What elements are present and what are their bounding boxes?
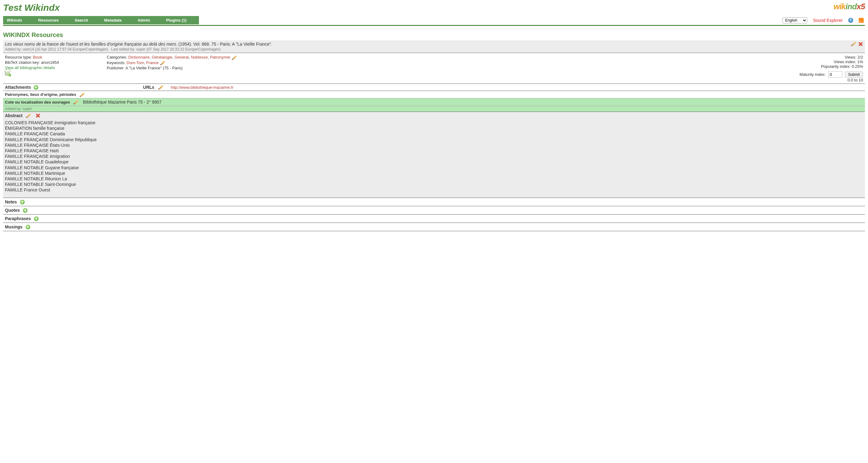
patronymes-row: Patronymes, lieux d'origine, périodes — [3, 91, 865, 98]
category-link[interactable]: Dictionnaire — [128, 55, 150, 60]
rss-icon[interactable] — [859, 18, 864, 23]
musings-section: Musings — [3, 223, 865, 231]
delete-abstract-icon[interactable] — [35, 113, 40, 118]
add-attachment-icon[interactable] — [34, 85, 38, 90]
keywords-line: Keywords: Dom-Tom, France — [107, 60, 783, 65]
keyword-link[interactable]: Dom-Tom — [126, 60, 144, 65]
quotes-section: Quotes — [3, 206, 865, 214]
abstract-line: FAMILLE NOTABLE Saint-Domingue — [5, 181, 863, 187]
edit-cote-icon[interactable] — [74, 100, 79, 104]
maturity-label: Maturity index: — [800, 72, 826, 77]
nav-wikindx[interactable]: Wikindx — [3, 16, 35, 24]
citation-rest: . (1954). Vol. 868. 75 - Paris: A "La Vi… — [176, 42, 272, 46]
logo-part2: ind — [845, 2, 857, 11]
nav-resources[interactable]: Resources — [35, 16, 71, 24]
abstract-body: COLONIES FRANÇAISE immigration française… — [3, 119, 865, 198]
patronymes-label: Patronymes, lieux d'origine, périodes — [5, 92, 76, 97]
category-link[interactable]: General — [175, 55, 189, 60]
category-link[interactable]: Patronymie — [210, 55, 230, 60]
help-icon[interactable] — [848, 18, 853, 23]
view-all-bib-link[interactable]: View all bibliographic details — [5, 65, 55, 70]
nav-divider — [3, 25, 865, 26]
add-musing-icon[interactable] — [26, 225, 30, 229]
quotes-label: Quotes — [5, 208, 20, 213]
nav-metadata[interactable]: Metadata — [100, 16, 134, 24]
citation-box: Les vieux noms de la france de l'ouest e… — [3, 40, 865, 53]
attachments-row: Attachments URLs http://www.bibliotheque… — [3, 84, 865, 91]
edit-keywords-icon[interactable] — [161, 61, 165, 65]
abstract-line: FAMILLE NOTABLE Réunion La — [5, 176, 863, 181]
site-title: Test Wikindx — [3, 2, 60, 13]
logo-part3: x5 — [857, 2, 865, 11]
cote-label: Cote ou localisation des ouvrages — [5, 100, 70, 104]
citation-title: Les vieux noms de la france de l'ouest e… — [5, 42, 176, 46]
logo: wikindx5 — [833, 2, 865, 11]
maturity-range: 0.0 to 10 — [786, 78, 863, 82]
logo-part1: wik — [833, 2, 845, 11]
abstract-label: Abstract — [5, 113, 23, 118]
delete-citation-icon[interactable] — [858, 42, 863, 46]
abstract-line: FAMILLE NOTABLE Guyane française — [5, 165, 863, 170]
paraphrases-section: Paraphrases — [3, 214, 865, 223]
abstract-line: ÉMIGRATION famille française — [5, 126, 863, 131]
cote-added-by: Added by: super — [3, 106, 865, 112]
maturity-input[interactable] — [828, 71, 842, 78]
abstract-line: FAMILLE FRANÇAISE Canada — [5, 131, 863, 137]
page-title: WIKINDX Resources — [3, 31, 865, 38]
paraphrases-label: Paraphrases — [5, 216, 31, 221]
abstract-line: FAMILLE FRANÇAISE émigration — [5, 154, 863, 159]
notes-section: Notes — [3, 198, 865, 206]
edit-citation-icon[interactable] — [852, 42, 856, 46]
views-index: Views index: 1% — [786, 60, 863, 64]
maturity-submit-button[interactable]: Submit — [845, 71, 863, 78]
citation-meta: Added by: user14 (10 Apr 2011 17:57:34 E… — [5, 47, 863, 52]
nav-admin[interactable]: Admin — [134, 16, 162, 24]
abstract-header: Abstract — [3, 112, 865, 119]
abstract-line: FAMILLE FRANÇAISE Haïti — [5, 148, 863, 154]
cote-value: Bibliothèque Mazarine Paris 75 - 2° 9957 — [83, 100, 162, 104]
keyword-link[interactable]: France — [146, 60, 159, 65]
cote-row: Cote ou localisation des ouvrages Biblio… — [3, 98, 865, 106]
popularity-index: Popularity index: 0.25% — [786, 64, 863, 69]
publisher-line: Publisher: A "La Vieille France" (75 - P… — [107, 66, 783, 70]
language-select[interactable]: English — [782, 17, 807, 24]
add-note-icon[interactable] — [20, 200, 25, 204]
nav-plugins[interactable]: Plugins (1) — [162, 16, 199, 24]
edit-abstract-icon[interactable] — [27, 113, 31, 118]
views-count: Views: 2/2 — [786, 55, 863, 60]
sound-explorer-link[interactable]: Sound Explorer — [813, 18, 843, 23]
add-quote-icon[interactable] — [23, 208, 27, 213]
categories-line: Categories: Dictionnaire, Généalogie, Ge… — [107, 55, 783, 60]
details-row: Resource type: Book BibTeX citation key:… — [3, 53, 865, 84]
add-paraphrase-icon[interactable] — [34, 217, 38, 221]
abstract-line: COLONIES FRANÇAISE immigration française — [5, 120, 863, 126]
abstract-line: FAMILLE FRANÇAISE États-Unis — [5, 142, 863, 148]
notes-label: Notes — [5, 199, 17, 204]
basket-add-icon[interactable]: + — [5, 71, 10, 75]
edit-urls-icon[interactable] — [159, 85, 163, 89]
citation-text: Les vieux noms de la france de l'ouest e… — [5, 42, 863, 46]
resource-type-link[interactable]: Book — [33, 55, 42, 60]
category-link[interactable]: Généalogie — [152, 55, 173, 60]
abstract-line: FAMILLE FRANÇAISE Dominicaine République — [5, 137, 863, 142]
url-link[interactable]: http://www.bibliotheque-mazarine.fr — [171, 85, 234, 90]
nav-search[interactable]: Search — [71, 16, 100, 24]
attachments-label: Attachments — [5, 85, 31, 90]
edit-patronymes-icon[interactable] — [81, 93, 85, 97]
abstract-line: FAMILLE France Ouest — [5, 187, 863, 193]
bibtex-key: BibTeX citation key: anon1954 — [5, 60, 103, 65]
abstract-line: FAMILLE NOTABLE Guadeloupe — [5, 159, 863, 165]
musings-label: Musings — [5, 224, 23, 229]
category-link[interactable]: Noblesse — [191, 55, 208, 60]
edit-categories-icon[interactable] — [232, 56, 237, 60]
main-nav: Wikindx Resources Search Metadata Admin … — [3, 16, 199, 24]
resource-type: Resource type: Book — [5, 55, 103, 60]
abstract-line: FAMILLE NOTABLE Martinique — [5, 170, 863, 176]
urls-label: URLs — [143, 85, 155, 90]
